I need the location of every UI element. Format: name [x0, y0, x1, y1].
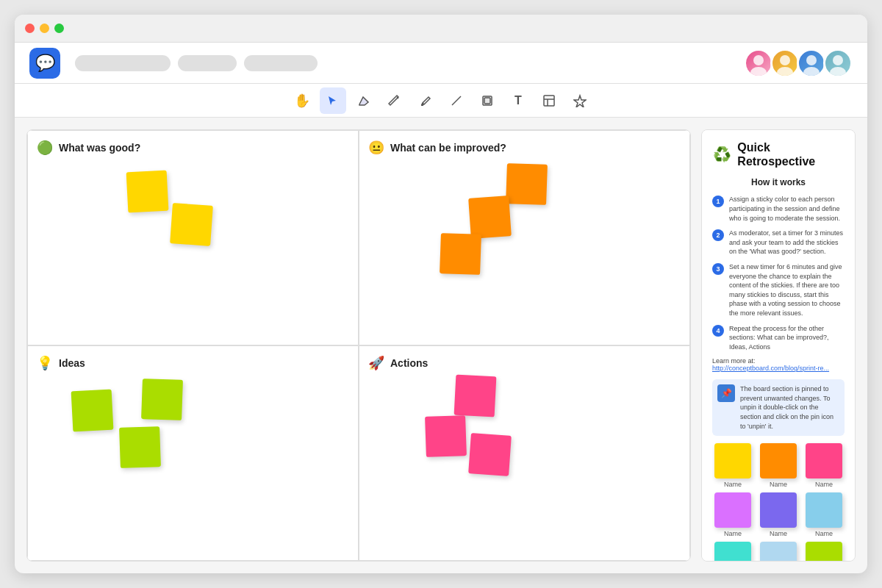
step-text-1: Assign a sticky color to each person par… — [729, 195, 845, 223]
sticky-note[interactable] — [126, 171, 169, 213]
fullscreen-button[interactable] — [54, 24, 64, 33]
eraser-tool[interactable] — [351, 87, 377, 114]
avatar-1[interactable] — [744, 49, 773, 78]
swatch-lightblue[interactable] — [760, 542, 797, 562]
svg-point-1 — [750, 67, 767, 76]
avatar-4[interactable] — [823, 49, 853, 78]
swatch-purple-label: Name — [724, 530, 742, 537]
nav-pills — [75, 55, 744, 71]
quadrant-good-icon: 🟢 — [37, 140, 53, 156]
learn-more: Learn more at: http://conceptboard.com/b… — [712, 357, 845, 372]
swatch-orange-label: Name — [770, 481, 787, 488]
color-cell-blue: Name — [803, 492, 845, 537]
sticky-note[interactable] — [119, 426, 161, 468]
color-swatches-grid: Name Name Name Name Name — [712, 443, 845, 562]
quadrant-ideas-header: 💡 Ideas — [37, 355, 349, 371]
color-cell-purple: Name — [712, 492, 753, 537]
pin-notice-text: The board section is pinned to prevent u… — [740, 384, 839, 431]
toolbar: ✋ — [15, 84, 867, 118]
step-number-2: 2 — [712, 229, 724, 241]
avatar-3[interactable] — [797, 49, 826, 78]
sticky-note[interactable] — [440, 233, 481, 275]
swatch-teal[interactable] — [714, 542, 751, 562]
svg-point-7 — [830, 67, 846, 76]
step-text-2: As moderator, set a timer for 3 minutes … — [729, 229, 845, 257]
pin-tool[interactable] — [567, 87, 593, 114]
quadrant-improve-header: 😐 What can be improved? — [368, 140, 681, 156]
sticky-tool[interactable] — [536, 87, 562, 114]
quadrant-improve-icon: 😐 — [368, 140, 384, 156]
quadrant-actions[interactable]: 🚀 Actions — [359, 345, 690, 561]
sticky-note[interactable] — [468, 433, 512, 476]
app-window: 💬 — [15, 15, 867, 573]
color-cell-teal: Name — [712, 542, 753, 562]
learn-more-link[interactable]: http://conceptboard.com/blog/sprint-re..… — [712, 365, 829, 372]
avatar-2[interactable] — [770, 49, 800, 78]
svg-point-4 — [806, 55, 817, 65]
swatch-pink[interactable] — [806, 443, 842, 478]
svg-point-5 — [803, 67, 820, 76]
svg-line-9 — [452, 96, 461, 105]
panel-title: Quick Retrospective — [737, 140, 845, 168]
swatch-green[interactable] — [806, 542, 842, 562]
swatch-yellow-label: Name — [724, 481, 742, 488]
marker-tool[interactable] — [412, 87, 439, 114]
shape-tool[interactable] — [474, 87, 501, 114]
color-cell-lightblue: Name — [758, 542, 799, 562]
logo-icon: 💬 — [35, 54, 55, 73]
step-number-4: 4 — [712, 325, 724, 337]
nav-options[interactable] — [178, 55, 237, 71]
step-text-4: Repeat the process for the other section… — [729, 324, 845, 352]
step-text-3: Set a new timer for 6 minutes and give e… — [729, 262, 845, 318]
svg-point-6 — [833, 55, 843, 65]
nav-share[interactable] — [244, 55, 318, 71]
quadrant-ideas-title: Ideas — [59, 357, 85, 369]
swatch-purple[interactable] — [714, 492, 751, 528]
svg-rect-12 — [544, 96, 554, 106]
step-2: 2 As moderator, set a timer for 3 minute… — [712, 229, 845, 257]
hand-tool[interactable]: ✋ — [289, 87, 315, 114]
swatch-indigo[interactable] — [760, 492, 797, 528]
sticky-note[interactable] — [506, 163, 548, 205]
color-cell-indigo: Name — [758, 492, 799, 537]
swatch-yellow[interactable] — [714, 443, 751, 478]
svg-point-3 — [777, 67, 793, 76]
step-4: 4 Repeat the process for the other secti… — [712, 324, 845, 352]
quadrant-ideas[interactable]: 💡 Ideas — [27, 345, 359, 561]
quadrant-actions-title: Actions — [390, 357, 428, 369]
step-number-1: 1 — [712, 196, 724, 207]
color-cell-orange: Name — [758, 443, 799, 488]
svg-rect-11 — [484, 98, 490, 104]
svg-marker-15 — [574, 96, 586, 107]
sticky-note[interactable] — [170, 203, 213, 246]
swatch-pink-label: Name — [815, 481, 833, 488]
sticky-note[interactable] — [454, 375, 497, 417]
title-bar — [15, 15, 867, 43]
nav-board-name[interactable] — [75, 55, 171, 71]
sticky-note[interactable] — [71, 390, 114, 432]
sticky-note[interactable] — [141, 379, 183, 420]
pen-tool[interactable] — [381, 87, 408, 114]
quadrant-improve[interactable]: 😐 What can be improved? — [359, 130, 690, 345]
pin-notice: 📌 The board section is pinned to prevent… — [712, 379, 845, 436]
canvas-area: 🟢 What was good? 😐 What can be improved? — [15, 118, 867, 573]
app-logo: 💬 — [29, 48, 60, 79]
quadrant-good[interactable]: 🟢 What was good? — [27, 130, 359, 345]
panel-icon: ♻️ — [712, 144, 731, 165]
close-button[interactable] — [25, 24, 35, 33]
traffic-lights — [25, 24, 64, 33]
swatch-indigo-label: Name — [770, 530, 787, 537]
text-tool[interactable]: T — [505, 87, 531, 114]
minimize-button[interactable] — [40, 24, 49, 33]
swatch-blue[interactable] — [806, 492, 842, 528]
sidebar-panel: ♻️ Quick Retrospective How it works 1 As… — [701, 129, 856, 562]
color-cell-yellow: Name — [712, 443, 753, 488]
swatch-orange[interactable] — [760, 443, 797, 478]
step-3: 3 Set a new timer for 6 minutes and give… — [712, 262, 845, 318]
color-cell-green: Name — [803, 542, 845, 562]
sticky-note[interactable] — [425, 415, 467, 457]
sticky-note[interactable] — [468, 196, 512, 239]
line-tool[interactable] — [443, 87, 470, 114]
pin-icon: 📌 — [717, 384, 735, 402]
select-tool[interactable] — [320, 87, 346, 114]
